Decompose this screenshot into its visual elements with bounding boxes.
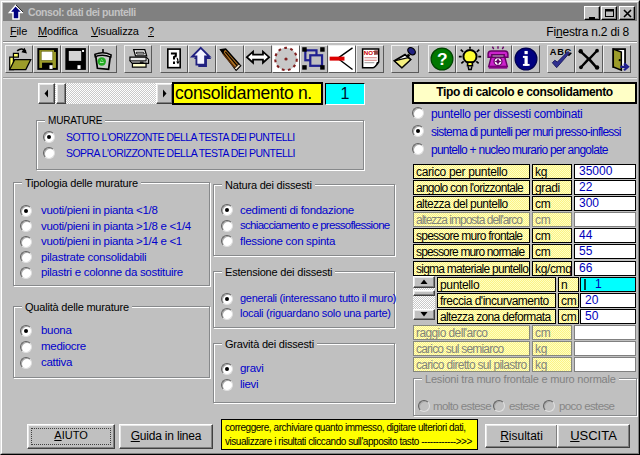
svg-text:?: ? [437,49,448,69]
